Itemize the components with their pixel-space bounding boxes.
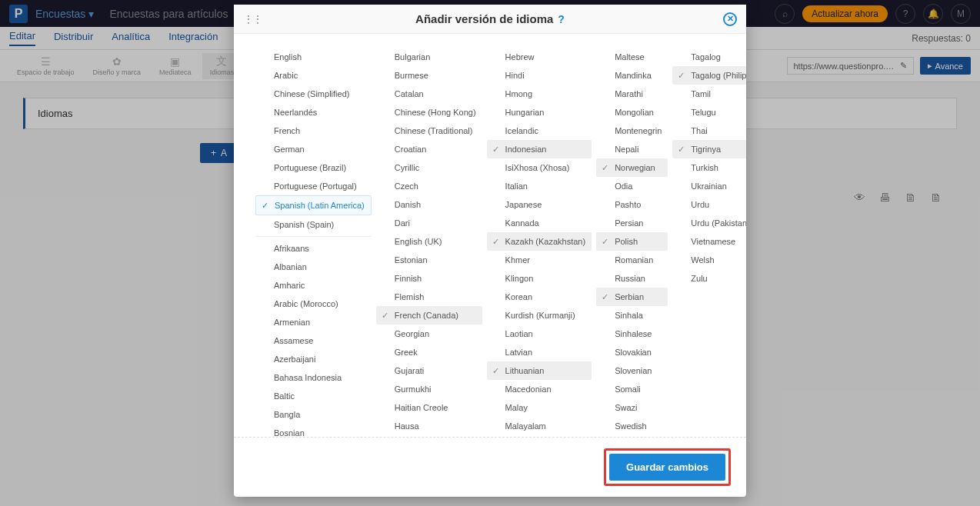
language-option[interactable]: Malay xyxy=(487,398,592,417)
language-option[interactable]: German xyxy=(255,140,372,158)
language-option[interactable]: Hungarian xyxy=(487,103,592,122)
language-option[interactable]: Zulu xyxy=(672,269,746,288)
language-option[interactable]: Chinese (Traditional) xyxy=(376,122,482,140)
language-option[interactable]: Chinese (Simplified) xyxy=(255,85,372,103)
language-option[interactable]: Hebrew xyxy=(487,48,592,66)
language-option[interactable]: Tagalog xyxy=(672,48,746,66)
language-option[interactable]: Hindi xyxy=(487,66,592,85)
language-option[interactable]: Danish xyxy=(376,195,482,214)
language-option[interactable]: Albanian xyxy=(255,258,372,276)
language-option[interactable]: Macedonian xyxy=(487,380,592,398)
language-option[interactable]: Polish xyxy=(596,232,668,251)
language-option[interactable]: Marathi xyxy=(596,85,668,103)
language-option[interactable]: Armenian xyxy=(255,313,372,331)
language-option[interactable]: Serbian xyxy=(596,288,668,306)
language-option[interactable]: Ukrainian xyxy=(672,177,746,195)
language-option[interactable]: Slovenian xyxy=(596,361,668,380)
language-option[interactable]: Malayalam xyxy=(487,417,592,435)
language-option[interactable]: Afrikaans xyxy=(255,239,372,258)
language-option[interactable]: Pashto xyxy=(596,195,668,214)
language-option[interactable]: Croatian xyxy=(376,140,482,158)
language-option[interactable]: Khmer xyxy=(487,251,592,269)
language-option[interactable]: Mandinka xyxy=(596,66,668,85)
language-option[interactable]: Arabic xyxy=(255,66,372,85)
language-option[interactable]: Odia xyxy=(596,177,668,195)
language-option[interactable]: Burmese xyxy=(376,66,482,85)
language-option[interactable]: Chinese (Hong Kong) xyxy=(376,103,482,122)
language-option[interactable]: Norwegian xyxy=(596,158,668,177)
language-option[interactable]: Mongolian xyxy=(596,103,668,122)
language-option[interactable]: Welsh xyxy=(672,251,746,269)
language-option[interactable]: Tamil xyxy=(672,85,746,103)
language-option[interactable]: Arabic (Morocco) xyxy=(255,295,372,313)
language-option[interactable]: Sinhalese xyxy=(596,325,668,343)
language-option[interactable]: Portuguese (Brazil) xyxy=(255,158,372,177)
language-option[interactable]: Russian xyxy=(596,269,668,288)
save-button[interactable]: Guardar cambios xyxy=(609,454,725,481)
language-option[interactable]: Greek xyxy=(376,343,482,361)
language-option[interactable]: Icelandic xyxy=(487,122,592,140)
language-option[interactable]: Bosnian xyxy=(255,424,372,437)
language-option[interactable]: Azerbaijani xyxy=(255,350,372,368)
language-option[interactable]: Cyrillic xyxy=(376,158,482,177)
language-option[interactable]: Georgian xyxy=(376,325,482,343)
language-option[interactable]: Persian xyxy=(596,214,668,232)
language-option[interactable]: Nepali xyxy=(596,140,668,158)
language-option[interactable]: Turkish xyxy=(672,158,746,177)
language-option[interactable]: Gurmukhi xyxy=(376,380,482,398)
language-option[interactable]: Maltese xyxy=(596,48,668,66)
language-option[interactable]: Gujarati xyxy=(376,361,482,380)
language-option[interactable]: Portuguese (Portugal) xyxy=(255,177,372,195)
language-option[interactable]: Urdu (Pakistan) xyxy=(672,214,746,232)
language-option[interactable]: Spanish (Latin America) xyxy=(255,195,372,215)
language-option[interactable]: Vietnamese xyxy=(672,232,746,251)
language-option[interactable]: Kazakh (Kazakhstan) xyxy=(487,232,592,251)
language-option[interactable]: Baltic xyxy=(255,387,372,405)
language-option[interactable]: Laotian xyxy=(487,325,592,343)
language-option[interactable]: Swedish xyxy=(596,417,668,435)
language-option[interactable]: IsiXhosa (Xhosa) xyxy=(487,158,592,177)
language-option[interactable]: Urdu xyxy=(672,195,746,214)
language-option[interactable]: Finnish xyxy=(376,269,482,288)
language-option[interactable]: Amharic xyxy=(255,276,372,295)
language-option[interactable]: Bangla xyxy=(255,405,372,424)
language-option[interactable]: French xyxy=(255,122,372,140)
language-option[interactable]: Lithuanian xyxy=(487,361,592,380)
language-option[interactable]: Tagalog (Philippines) xyxy=(672,66,746,85)
help-icon[interactable]: ? xyxy=(558,13,565,25)
language-option[interactable]: Estonian xyxy=(376,251,482,269)
language-option[interactable]: Haitian Creole xyxy=(376,398,482,417)
language-option[interactable]: Hausa xyxy=(376,417,482,435)
language-option[interactable]: Kannada xyxy=(487,214,592,232)
language-option[interactable]: Korean xyxy=(487,288,592,306)
language-option[interactable]: Dari xyxy=(376,214,482,232)
language-option[interactable]: English (UK) xyxy=(376,232,482,251)
drag-handle-icon[interactable]: ⋮⋮ xyxy=(243,13,262,25)
language-option[interactable]: Bulgarian xyxy=(376,48,482,66)
language-option[interactable]: English xyxy=(255,48,372,66)
language-option[interactable]: Czech xyxy=(376,177,482,195)
language-option[interactable]: Indonesian xyxy=(487,140,592,158)
language-option[interactable]: Assamese xyxy=(255,331,372,350)
language-option[interactable]: Sinhala xyxy=(596,306,668,325)
language-option[interactable]: Japanese xyxy=(487,195,592,214)
language-option[interactable]: Telugu xyxy=(672,103,746,122)
language-option[interactable]: Slovakian xyxy=(596,343,668,361)
language-option[interactable]: Romanian xyxy=(596,251,668,269)
close-button[interactable]: ✕ xyxy=(723,12,737,26)
language-option[interactable]: Swazi xyxy=(596,398,668,417)
language-option[interactable]: Kurdish (Kurmanji) xyxy=(487,306,592,325)
language-option[interactable]: Neerlandés xyxy=(255,103,372,122)
language-option[interactable]: French (Canada) xyxy=(376,306,482,325)
language-option[interactable]: Hmong xyxy=(487,85,592,103)
language-option[interactable]: Montenegrin xyxy=(596,122,668,140)
language-option[interactable]: Latvian xyxy=(487,343,592,361)
language-option[interactable]: Somali xyxy=(596,380,668,398)
language-option[interactable]: Bahasa Indonesia xyxy=(255,368,372,387)
language-option[interactable]: Tigrinya xyxy=(672,140,746,158)
language-option[interactable]: Flemish xyxy=(376,288,482,306)
language-option[interactable]: Catalan xyxy=(376,85,482,103)
language-option[interactable]: Thai xyxy=(672,122,746,140)
language-option[interactable]: Klingon xyxy=(487,269,592,288)
language-option[interactable]: Italian xyxy=(487,177,592,195)
